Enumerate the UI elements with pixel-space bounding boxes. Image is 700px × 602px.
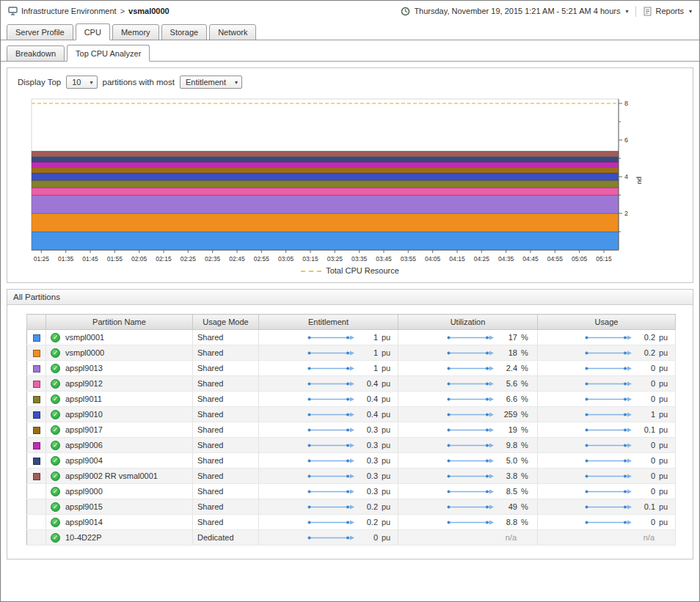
entitlement-cell: 1pu [259,345,398,361]
partition-name[interactable]: apspl9013 [65,364,103,372]
breadcrumb-section[interactable]: Infrastructure Environment [21,7,117,15]
table-row[interactable]: ✓10-4D22PDedicated0pun/an/a [27,530,676,546]
utilization-unit: % [521,333,533,342]
utilization-unit: % [521,471,533,480]
partition-name[interactable]: apspl9006 [65,441,103,449]
table-row[interactable]: ✓apspl9002 RR vsmal0001Shared0.3pu3.8%0p… [27,469,676,484]
partition-name-cell: ✓apspl9011 [46,392,193,407]
status-ok-icon: ✓ [51,487,60,496]
table-row[interactable]: ✓vsmpl0001Shared1pu17%0.2pu [27,330,676,345]
utilization-unit: % [521,425,533,434]
partition-name[interactable]: apspl9014 [65,518,103,526]
series-color-cell [27,438,46,453]
partition-name[interactable]: vsmpl0000 [65,348,104,357]
tab-memory[interactable]: Memory [112,24,159,40]
table-row[interactable]: ✓apspl9013Shared1pu2.4%0pu [27,361,676,376]
time-range-selector[interactable]: Thursday, November 19, 2015 1:21 AM - 5:… [401,7,628,16]
status-ok-icon: ✓ [51,394,60,404]
series-color-swatch [33,396,40,403]
trend-sparkline [446,472,495,480]
all-partitions-body: Partition NameUsage ModeEntitlementUtili… [7,305,693,559]
subtab-top-cpu-analyzer[interactable]: Top CPU Analyzer [67,45,150,62]
series-color-cell [27,453,46,469]
metric-select[interactable]: Entitlement ▾ [180,76,242,89]
usage-unit: pu [659,425,671,434]
table-row[interactable]: ✓apspl9017Shared0.3pu19%0.1pu [27,422,676,438]
utilization-value: n/a [403,533,533,542]
trend-sparkline [307,534,355,542]
partition-name[interactable]: apspl9000 [65,487,103,496]
entitlement-unit: pu [382,410,393,419]
svg-text:05:05: 05:05 [572,255,588,263]
table-row[interactable]: ✓vsmpl0000Shared1pu18%0.2pu [27,345,676,361]
trend-sparkline [307,334,355,342]
utilization-value: 49 [498,502,517,511]
partition-name-cell: ✓10-4D22P [46,530,193,546]
utilization-unit: % [521,456,533,465]
partition-name[interactable]: apspl9002 RR vsmal0001 [65,471,158,480]
table-row[interactable]: ✓apspl9014Shared0.2pu8.8%0pu [27,515,676,530]
tab-cpu[interactable]: CPU [76,23,110,40]
column-header-entitlement[interactable]: Entitlement [259,315,398,330]
status-ok-icon: ✓ [51,456,60,466]
entitlement-value: 0.2 [359,518,378,526]
column-header-usage[interactable]: Usage [538,315,676,330]
tab-storage[interactable]: Storage [161,24,208,40]
entitlement-unit: pu [382,348,393,357]
partitions-table-body: ✓vsmpl0001Shared1pu17%0.2pu✓vsmpl0000Sha… [27,330,676,546]
partition-name[interactable]: 10-4D22P [65,533,102,542]
partition-name[interactable]: apspl9010 [65,410,103,419]
column-header-usage-mode[interactable]: Usage Mode [193,315,259,330]
partition-name[interactable]: vsmpl0001 [65,333,104,342]
partition-name[interactable]: apspl9015 [65,502,103,511]
table-row[interactable]: ✓apspl9004Shared0.3pu5.0%0pu [27,453,676,469]
usage-mode-cell: Shared [193,515,259,530]
table-row[interactable]: ✓apspl9011Shared0.4pu6.6%0pu [27,392,676,407]
infrastructure-icon [8,7,18,15]
series-color-cell [27,345,46,361]
reports-menu[interactable]: Reports ▾ [644,7,692,16]
usage-cell: 0pu [538,469,676,484]
partition-name-cell: ✓apspl9014 [46,515,193,530]
table-row[interactable]: ✓apspl9015Shared0.2pu49%0.1pu [27,499,676,515]
tab-network[interactable]: Network [209,24,256,40]
usage-value: n/a [542,533,671,542]
column-header-partition-name[interactable]: Partition Name [46,315,193,330]
entitlement-cell: 0.3pu [259,453,398,469]
band-apspl9011 [32,180,619,188]
partition-name[interactable]: apspl9011 [65,394,102,403]
usage-mode-cell: Shared [193,392,259,407]
usage-unit: pu [659,441,671,449]
column-header-utilization[interactable]: Utilization [398,315,538,330]
subtab-breakdown[interactable]: Breakdown [7,45,65,62]
topbar-divider [635,6,636,17]
partition-name[interactable]: apspl9012 [65,379,103,388]
utilization-unit: % [521,441,533,449]
table-row[interactable]: ✓apspl9012Shared0.4pu5.6%0pu [27,376,676,392]
entitlement-value: 0.4 [359,410,378,419]
utilization-value: 5.0 [498,456,517,465]
trend-sparkline [307,364,355,372]
usage-value: 0.1 [636,502,655,511]
status-ok-icon: ✓ [51,471,60,481]
usage-mode-cell: Shared [193,422,259,438]
table-row[interactable]: ✓apspl9000Shared0.3pu8.5%0pu [27,484,676,499]
top-count-select[interactable]: 10 ▾ [66,76,97,89]
svg-text:04:25: 04:25 [474,255,490,263]
svg-text:4: 4 [624,173,628,180]
partitions-table: Partition NameUsage ModeEntitlementUtili… [26,314,676,546]
trend-sparkline [307,411,355,419]
usage-mode-cell: Shared [193,376,259,392]
partition-name[interactable]: apspl9004 [65,456,103,465]
table-row[interactable]: ✓apspl9006Shared0.3pu9.8%0pu [27,438,676,453]
series-color-cell [27,530,46,546]
partition-name-cell: ✓apspl9012 [46,376,193,392]
series-color-swatch [33,350,40,357]
table-row[interactable]: ✓apspl9010Shared0.4pu259%1pu [27,407,676,422]
chart-controls: Display Top 10 ▾ partitions with most En… [7,68,693,92]
svg-text:2: 2 [624,210,628,217]
svg-text:04:45: 04:45 [522,255,539,263]
partition-name[interactable]: apspl9017 [65,425,103,434]
usage-cell: 0.2pu [538,330,676,345]
tab-server-profile[interactable]: Server Profile [7,24,73,40]
